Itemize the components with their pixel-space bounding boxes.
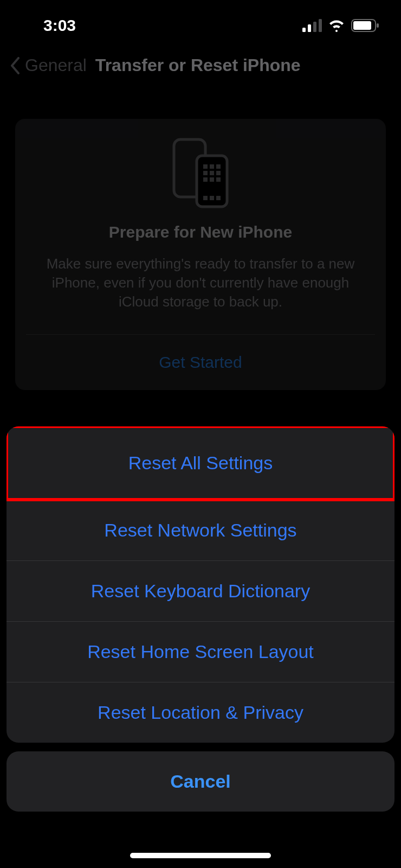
back-button-label[interactable]: General (25, 55, 87, 75)
nav-bar: General Transfer or Reset iPhone (0, 43, 401, 87)
status-bar: 3:03 (0, 0, 401, 43)
svg-rect-19 (210, 196, 214, 200)
svg-rect-12 (203, 171, 208, 175)
back-chevron-icon[interactable] (10, 57, 21, 74)
svg-rect-20 (216, 196, 221, 200)
reset-location-privacy-button[interactable]: Reset Location & Privacy (7, 682, 394, 743)
status-indicators (302, 19, 379, 32)
svg-rect-6 (377, 23, 379, 28)
svg-rect-13 (210, 171, 214, 175)
reset-home-screen-layout-button[interactable]: Reset Home Screen Layout (7, 621, 394, 682)
svg-rect-9 (203, 164, 208, 169)
svg-rect-5 (353, 21, 371, 30)
get-started-button[interactable]: Get Started (26, 335, 375, 390)
reset-keyboard-dictionary-button[interactable]: Reset Keyboard Dictionary (7, 560, 394, 621)
battery-icon (351, 19, 379, 32)
status-time: 3:03 (43, 16, 76, 35)
svg-rect-14 (216, 171, 221, 175)
svg-rect-15 (203, 177, 208, 182)
svg-rect-18 (203, 196, 208, 200)
svg-rect-1 (308, 24, 311, 32)
page-title: Transfer or Reset iPhone (95, 55, 301, 75)
reset-all-settings-button[interactable]: Reset All Settings (7, 426, 394, 500)
svg-rect-11 (216, 164, 221, 169)
home-indicator[interactable] (130, 853, 271, 858)
cancel-button[interactable]: Cancel (7, 751, 394, 812)
svg-rect-10 (210, 164, 214, 169)
devices-icon (26, 137, 375, 209)
reset-action-sheet: Reset All Settings Reset Network Setting… (7, 426, 394, 812)
wifi-icon (327, 19, 346, 32)
svg-rect-2 (313, 22, 316, 32)
prepare-card-description: Make sure everything's ready to transfer… (26, 254, 375, 311)
svg-rect-17 (216, 177, 221, 182)
svg-rect-0 (302, 28, 306, 32)
reset-network-settings-button[interactable]: Reset Network Settings (7, 500, 394, 560)
svg-rect-3 (319, 19, 322, 32)
reset-options-group: Reset All Settings Reset Network Setting… (7, 426, 394, 743)
svg-rect-16 (210, 177, 214, 182)
prepare-card-title: Prepare for New iPhone (26, 223, 375, 241)
prepare-card: Prepare for New iPhone Make sure everyth… (15, 119, 386, 390)
cellular-icon (302, 19, 322, 32)
